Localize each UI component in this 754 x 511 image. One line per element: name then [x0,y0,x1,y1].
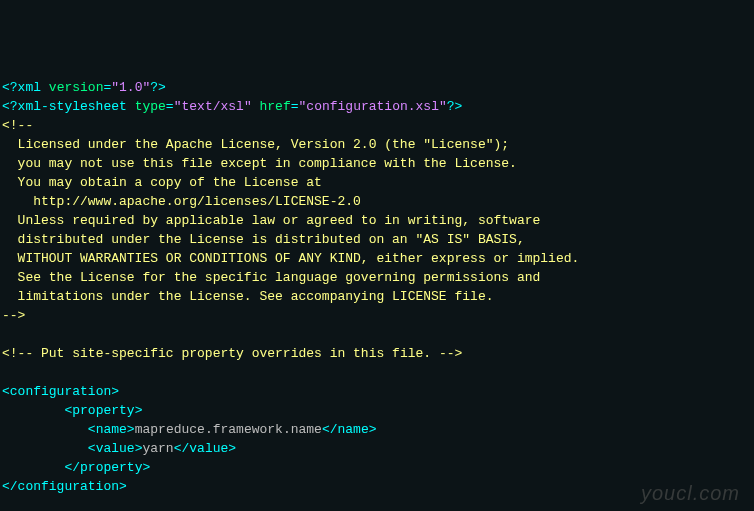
tag-name: configuration [10,384,111,399]
punct: > [369,422,377,437]
tag-name: name [96,422,127,437]
punct: > [142,460,150,475]
attr-value: "1.0" [111,80,150,95]
license-line: WITHOUT WARRANTIES OR CONDITIONS OF ANY … [2,249,752,268]
blank-line [2,363,752,382]
punct: </ [174,441,190,456]
attr-value: "text/xsl" [174,99,252,114]
license-line: http://www.apache.org/licenses/LICENSE-2… [2,192,752,211]
punct: > [127,422,135,437]
license-line: distributed under the License is distrib… [2,230,752,249]
code-editor-content[interactable]: <?xml version="1.0"?><?xml-stylesheet ty… [2,78,752,496]
license-line: you may not use this file except in comp… [2,154,752,173]
punct: <? [2,80,18,95]
punct: > [135,403,143,418]
tag-name: name [338,422,369,437]
indent [2,460,64,475]
attr-name: type [135,99,166,114]
indent [2,441,88,456]
text-content: yarn [142,441,173,456]
punct: <? [2,99,18,114]
license-comment-open: <!-- [2,116,752,135]
tag-name: property [80,460,142,475]
site-comment: <!-- Put site-specific property override… [2,344,752,363]
property-open: <property> [2,401,752,420]
xml-stylesheet: <?xml-stylesheet type="text/xsl" href="c… [2,97,752,116]
property-value: <value>yarn</value> [2,439,752,458]
configuration-close: </configuration> [2,477,752,496]
xml-declaration: <?xml version="1.0"?> [2,78,752,97]
tag-name: property [72,403,134,418]
punct: < [2,384,10,399]
tag-name: xml [18,80,41,95]
punct: </ [322,422,338,437]
comment-text: Put site-specific property overrides in … [33,346,439,361]
punct: < [88,441,96,456]
tag-name: value [96,441,135,456]
license-line: Licensed under the Apache License, Versi… [2,135,752,154]
attr-name: href [260,99,291,114]
indent [2,422,88,437]
license-line: Unless required by applicable law or agr… [2,211,752,230]
punct: </ [64,460,80,475]
punct: ?> [447,99,463,114]
comment-close: --> [439,346,462,361]
attr-value: "configuration.xsl" [299,99,447,114]
license-line: limitations under the License. See accom… [2,287,752,306]
indent [2,403,64,418]
tag-name: xml-stylesheet [18,99,127,114]
watermark: youcl.com [641,484,740,503]
property-close: </property> [2,458,752,477]
blank-line [2,325,752,344]
comment-open: <!-- [2,346,33,361]
punct: </ [2,479,18,494]
text-content: mapreduce.framework.name [135,422,322,437]
property-name: <name>mapreduce.framework.name</name> [2,420,752,439]
tag-name: configuration [18,479,119,494]
attr-name: version [49,80,104,95]
punct: > [111,384,119,399]
punct: ?> [150,80,166,95]
tag-name: value [189,441,228,456]
punct: > [228,441,236,456]
license-comment-close: --> [2,306,752,325]
configuration-open: <configuration> [2,382,752,401]
punct: < [88,422,96,437]
license-line: You may obtain a copy of the License at [2,173,752,192]
license-line: See the License for the specific languag… [2,268,752,287]
punct: > [119,479,127,494]
